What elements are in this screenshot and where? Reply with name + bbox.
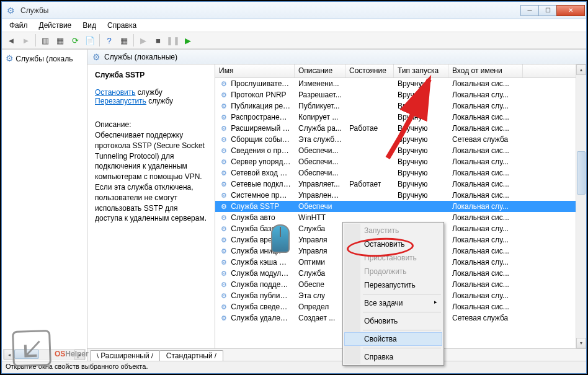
menubar: Файл Действие Вид Справка — [2, 19, 586, 32]
nav-tree[interactable]: Службы (локаль ◂ ▸ — [2, 50, 87, 361]
service-row[interactable]: Сетевой вход в си...Обеспечи...ВручнуюЛо… — [215, 167, 586, 179]
maximize-button[interactable]: ☐ — [538, 5, 557, 16]
gear-icon — [219, 280, 229, 289]
cm-start: Запустить — [344, 224, 442, 237]
description-label: Описание: — [95, 120, 207, 129]
cm-all-tasks[interactable]: Все задачи — [344, 296, 442, 310]
window-title: Службы — [20, 6, 521, 15]
services-window: Службы ─ ☐ ✕ Файл Действие Вид Справка ◄… — [1, 1, 587, 374]
service-row[interactable]: Системное прил...Управлени...ВручнуюЛока… — [215, 190, 586, 201]
service-row[interactable]: Прослушиватель...Изменени...ВручнуюЛокал… — [215, 78, 586, 89]
titlebar[interactable]: Службы ─ ☐ ✕ — [2, 2, 586, 19]
panel-header: Службы (локальные) — [87, 50, 586, 64]
stop-service-button[interactable]: ■ — [151, 33, 165, 47]
view-tabs: \ Расширенный / Стандартный / — [87, 348, 586, 361]
gear-icon — [92, 52, 100, 62]
cm-pause: Приостановить — [344, 251, 442, 265]
export-button[interactable]: 📄 — [83, 33, 97, 47]
refresh-button[interactable]: ⟳ — [68, 33, 82, 47]
col-name[interactable]: Имя — [215, 64, 295, 77]
menu-view[interactable]: Вид — [78, 20, 101, 31]
gear-icon — [219, 169, 229, 177]
gear-icon — [219, 135, 229, 144]
gear-icon — [219, 113, 229, 121]
gear-icon — [219, 191, 229, 200]
scroll-thumb[interactable] — [577, 151, 586, 195]
stop-service-link[interactable]: Остановить — [95, 88, 136, 97]
gear-icon — [219, 213, 229, 222]
gear-icon — [219, 79, 229, 88]
restart-service-button[interactable]: ▶ — [181, 33, 195, 47]
col-description[interactable]: Описание — [295, 64, 345, 77]
tab-standard[interactable]: Стандартный / — [159, 350, 223, 361]
gear-icon — [219, 236, 229, 244]
help-button[interactable]: ? — [102, 33, 116, 47]
restart-service-link[interactable]: Перезапустить — [95, 97, 146, 105]
service-row[interactable]: Сборщик событи...Эта служба...ВручнуюСет… — [215, 134, 586, 145]
gear-icon — [219, 314, 229, 322]
gear-icon — [219, 157, 229, 166]
show-hide-tree-button[interactable]: ▥ — [38, 33, 52, 47]
back-button[interactable]: ◄ — [4, 33, 18, 47]
service-row[interactable]: Расширяемый пр...Служба ра...РаботаеВруч… — [215, 123, 586, 134]
menu-help[interactable]: Справка — [102, 20, 141, 31]
tab-extended[interactable]: \ Расширенный / — [90, 350, 160, 361]
scroll-down-button[interactable]: ▾ — [576, 338, 586, 348]
menu-file[interactable]: Файл — [4, 20, 33, 31]
statusbar: Открытие окна свойств выбранного объекта… — [2, 361, 586, 373]
cm-refresh[interactable]: Обновить — [344, 314, 442, 328]
tree-scroll-right[interactable]: ▸ — [74, 350, 85, 360]
action-button[interactable]: ▦ — [117, 33, 131, 47]
col-startup-type[interactable]: Тип запуска — [394, 64, 448, 77]
gear-icon — [6, 55, 14, 63]
gear-icon — [219, 224, 229, 233]
cm-restart[interactable]: Перезапустить — [344, 278, 442, 292]
selected-service-name: Служба SSTP — [95, 71, 207, 79]
gear-icon — [219, 247, 229, 255]
cm-resume: Продолжить — [344, 265, 442, 278]
gear-icon — [219, 269, 229, 278]
service-row[interactable]: Сетевые подклю...Управляет...РаботаетВру… — [215, 179, 586, 190]
minimize-button[interactable]: ─ — [520, 5, 539, 16]
service-row[interactable]: Распространение...Копирует ...ВручнуюЛок… — [215, 112, 586, 123]
service-row[interactable]: Протокол PNRPРазрешает...ВручнуюЛокальна… — [215, 89, 586, 100]
list-scrollbar[interactable]: ▴ ▾ — [576, 64, 586, 348]
column-headers: Имя Описание Состояние Тип запуска Вход … — [215, 64, 586, 78]
service-row[interactable]: Сервер упорядоч...Обеспечи...ВручнуюЛока… — [215, 156, 586, 167]
scroll-up-button[interactable]: ▴ — [576, 64, 586, 75]
service-row[interactable]: Сведения о прил...Обеспечи...ВручнуюЛока… — [215, 145, 586, 156]
cm-stop[interactable]: Остановить — [344, 237, 442, 251]
gear-icon — [219, 291, 229, 300]
gear-icon — [219, 90, 229, 99]
menu-action[interactable]: Действие — [34, 20, 77, 31]
cm-help[interactable]: Справка — [344, 350, 442, 364]
gear-icon — [219, 102, 229, 110]
close-button[interactable]: ✕ — [556, 5, 585, 16]
gear-icon — [219, 146, 229, 155]
tree-root[interactable]: Службы (локаль — [3, 52, 86, 64]
pause-service-button[interactable]: ❚❚ — [166, 33, 180, 47]
panel-title: Службы (локальные) — [104, 53, 177, 61]
service-row[interactable]: Публикация ресу...Публикует...ВручнуюЛок… — [215, 100, 586, 112]
gear-icon — [219, 180, 229, 188]
gear-icon — [219, 124, 229, 133]
forward-button[interactable]: ► — [19, 33, 33, 47]
gear-icon — [219, 302, 229, 311]
cm-properties[interactable]: Свойства — [344, 332, 442, 346]
description-text: Обеспечивает поддержку протокола SSTP (S… — [95, 130, 207, 224]
col-status[interactable]: Состояние — [345, 64, 394, 77]
context-menu: Запустить Остановить Приостановить Продо… — [342, 222, 444, 366]
gear-icon — [219, 202, 229, 211]
tree-scroll-left[interactable]: ◂ — [4, 350, 14, 360]
service-row[interactable]: Служба SSTPОбеспечиЛокальная слу... — [215, 201, 586, 212]
gear-icon — [219, 258, 229, 267]
start-service-button[interactable]: ▶ — [136, 33, 150, 47]
detail-pane: Служба SSTP Остановить службу Перезапуст… — [87, 64, 215, 348]
col-logon-as[interactable]: Вход от имени — [448, 64, 523, 77]
toolbar: ◄ ► ▥ ▦ ⟳ 📄 ? ▦ ▶ ■ ❚❚ ▶ — [2, 32, 586, 49]
tree-scroll-thumb[interactable] — [14, 350, 39, 359]
app-icon — [7, 6, 17, 15]
properties-button[interactable]: ▦ — [53, 33, 67, 47]
